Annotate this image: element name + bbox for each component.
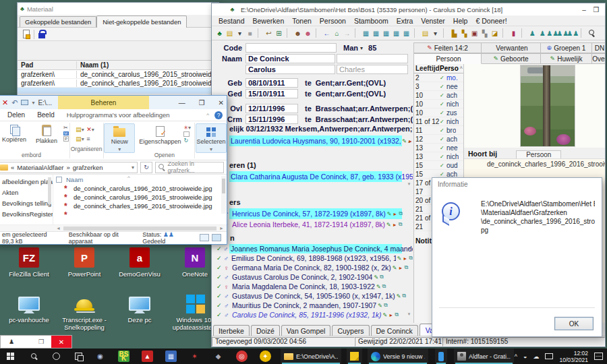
search-input[interactable]: Zoeken in grafzerk... [155,162,224,173]
breadcrumb-grafzerken[interactable]: grafzerken [73,164,103,171]
toolbar-icon[interactable]: ◪ [490,28,500,38]
family-tab[interactable]: Van Gompel [281,325,331,336]
column-pad[interactable]: Pad [18,61,77,69]
pen-icon[interactable]: ✎ [386,222,391,228]
relation-row[interactable]: 11 ✓ bro [414,126,463,135]
panel-tab[interactable]: ✎ Huwelijk [541,53,592,64]
pen-icon[interactable]: ✎ [376,284,381,290]
taskbar-aldfaer-button[interactable]: Aldfaer - Grati... [454,348,514,364]
relation-row[interactable]: 3 ✓ nee [414,82,463,91]
desktop-icon[interactable]: a DemoGenVisu [112,247,167,293]
pen-icon[interactable]: ✎ [397,293,401,299]
pen-icon[interactable]: ✎ [378,303,382,309]
toolbar-icon[interactable]: ▾ [430,28,440,38]
toolbar-icon[interactable] [443,28,448,38]
taskbar-app-icon[interactable]: ◎ [236,351,248,362]
desktop-icon[interactable]: Transcript.exe - Snelkoppeling [57,293,112,338]
start-button[interactable] [7,353,15,361]
pin-icon[interactable]: ► [408,139,413,144]
relation-row[interactable]: 13 ✓ nich [414,152,463,161]
breadcrumb-materiaalaldfaer[interactable]: MateriaalAldfaer [17,164,63,171]
toolbar-icon[interactable]: → [342,28,352,38]
toolbar-icon[interactable]: ▚ [480,28,490,38]
toolbar-icon[interactable]: ▦ [401,28,411,38]
properties-button[interactable]: Eigenschappen [138,123,182,145]
relation-row[interactable]: 11 of 12 ✓ nich [414,117,463,126]
taskbar-app-icon[interactable]: ◆ [212,351,224,362]
cortana-icon[interactable] [53,353,60,360]
toolbar-icon[interactable]: ♟♟ [568,28,578,38]
toolbar-icon[interactable] [521,28,526,38]
taskbar-phone-button[interactable] [435,348,447,364]
sibling-row[interactable]: ✓ ♀ Maria Magdalena De Coninck, 18, 1903… [213,282,413,291]
toolbar-icon[interactable] [502,28,507,38]
taskbar-app-icon[interactable]: ▦ [165,351,177,362]
pen-icon[interactable]: ✎ [397,255,402,262]
toolbar-icon[interactable]: ☻ [303,28,313,38]
maximize-button[interactable]: ❒ [199,99,205,107]
copy-button[interactable]: Kopiëren [0,123,30,143]
menu-item[interactable]: € Doneer! [471,17,511,25]
menu-item[interactable]: Extra [393,17,417,25]
scroll-down-icon[interactable]: ▾ [405,311,413,317]
edit-icon[interactable] [183,131,190,137]
lock-icon[interactable] [38,33,45,38]
tray-app-icon[interactable]: ◒ [523,353,527,360]
place-value[interactable]: Gent;arr.Gent;(OVL) [316,79,386,87]
toolbar-icon[interactable]: ↩ [264,28,274,38]
tab-beheren[interactable]: Beheren [58,96,149,109]
pen-icon[interactable]: ✎ [387,211,392,217]
maximize-button[interactable]: ❒ [38,338,44,345]
nav-item[interactable]: afbeeldingen plaats [0,177,53,187]
place-value[interactable]: Brasschaat;arr.Antwerpen;(ANT); F [316,104,413,113]
toolbar-icon[interactable]: ☻ [293,28,303,38]
family-tab[interactable]: Iterbeke [213,325,250,336]
new-item-icon[interactable]: ✳▾ [183,125,191,131]
toolbar-icon[interactable]: ⌂ [332,28,342,38]
attachment-icon[interactable]: ⧉ [384,302,388,309]
panel-tab[interactable]: Over [592,53,606,64]
taskbar-app-icon[interactable]: ◉ [94,351,106,362]
copy-to-icon[interactable]: ▤▾ [76,135,86,145]
relation-row[interactable]: 2 ✓ mo. [414,73,463,82]
table-row-partial-selected[interactable] [18,88,219,94]
menu-item[interactable]: Help [449,17,472,25]
family-tab[interactable]: Doizé [251,325,280,336]
toolbar-icon[interactable]: ← [322,28,332,38]
toolbar-icon[interactable]: ■ [245,28,255,38]
horizontal-scrollbar[interactable]: ◄► [0,224,227,231]
task-view-icon[interactable] [75,353,82,360]
file-row[interactable]: * de_coninck_carolus_1996_2010_strooiwei… [53,184,227,193]
menu-item[interactable]: Stamboom [350,17,393,25]
tab-gekoppelde-bestanden[interactable]: Gekoppelde bestanden [20,16,96,27]
relation-row[interactable]: 10 ✓ ach [414,91,463,100]
toolbar-icon[interactable]: ▮ [509,28,519,38]
attachment-icon[interactable]: ⧉ [380,274,384,280]
history-icon[interactable]: ↻ [183,138,191,144]
materiaal-titlebar[interactable]: ♣ Materiaal [18,3,219,15]
toolbar-icon[interactable] [316,28,320,38]
sibling-row[interactable]: ✓ ♂ Mauritius De Coninck, 2 maanden, 190… [213,301,413,310]
thumbnail-view-icon[interactable] [212,234,221,241]
sibling-row[interactable]: ✓ ♂ Emilius De Coninck, 69, 1898-1968 (x… [213,253,413,263]
toolbar-icon[interactable]: ▦ [391,28,401,38]
column-naam[interactable]: Naam [66,176,83,183]
taskbar-app-icon[interactable]: ✦ [260,351,271,362]
relation-row[interactable]: 10 ✓ nich [414,100,463,109]
pen-icon[interactable]: ✎ [383,312,388,318]
toolbar-icon[interactable] [581,28,585,38]
file-scrollbar[interactable] [221,176,226,214]
panel-tab[interactable]: ✎ Feiten 14:2 [414,42,482,53]
nav-item[interactable]: Bevolkings telling [0,198,53,209]
delete-icon[interactable]: ✕▾ [86,126,97,135]
taskbar-app-icon[interactable]: ▲ [142,351,153,362]
parent-row[interactable]: ✓ ♂ Henricus De Coninck, 57, 1872-1929 (… [213,208,413,219]
grave-photo[interactable] [521,65,575,146]
action-center-icon[interactable] [594,353,603,360]
attachment-icon[interactable]: ⧉ [395,311,399,318]
column-naam[interactable]: Naam (1) [77,61,112,69]
sibling-row[interactable]: ✓ ♂ Joannes Romanus Maria Josephus De Co… [213,244,413,253]
panel-tab[interactable]: ✎ Geboorte [482,53,541,64]
aldfaer-titlebar[interactable]: ♣ E:\OneDrive\Aldfaer\Stambomen\Het Bos\… [212,3,605,16]
relation-row[interactable]: 13 ✓ nee [414,144,463,152]
